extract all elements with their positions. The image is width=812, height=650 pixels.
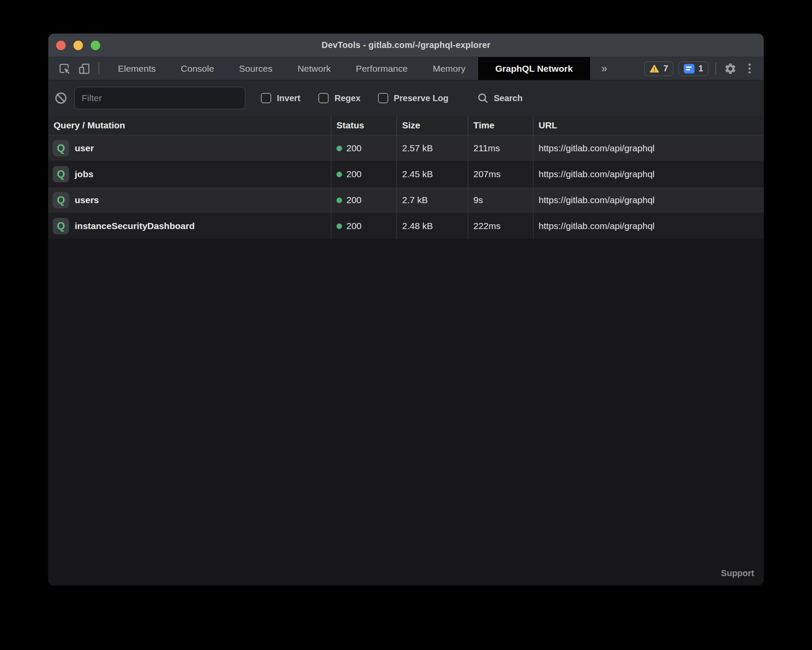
invert-checkbox[interactable]	[261, 93, 271, 103]
invert-label: Invert	[277, 93, 300, 103]
column-header-query-mutation[interactable]: Query / Mutation	[48, 116, 331, 135]
query-name: users	[75, 195, 99, 205]
clear-log-button[interactable]	[54, 91, 68, 105]
size-cell: 2.7 kB	[396, 187, 468, 213]
tab-network[interactable]: Network	[285, 57, 343, 80]
status-value: 200	[346, 143, 362, 153]
device-toolbar-icon	[78, 62, 91, 75]
status-cell: 200	[331, 213, 396, 239]
time-cell: 222ms	[468, 213, 533, 239]
url-cell: https://gitlab.com/api/graphql	[533, 161, 764, 187]
search-icon	[477, 92, 489, 104]
status-dot-icon	[336, 146, 342, 151]
preserve-log-checkbox[interactable]	[378, 93, 388, 103]
messages-badge[interactable]: 1	[679, 61, 708, 76]
status-value: 200	[346, 169, 362, 179]
query-name: user	[75, 143, 94, 153]
tab-console[interactable]: Console	[168, 57, 227, 80]
status-cell: 200	[331, 135, 396, 161]
query-cell: Q user	[48, 135, 331, 161]
title-bar: DevTools - gitlab.com/-/graphql-explorer	[48, 34, 764, 57]
query-cell: Q jobs	[48, 161, 331, 187]
inspect-element-button[interactable]	[57, 61, 72, 76]
query-badge: Q	[53, 192, 69, 208]
preserve-log-checkbox-group[interactable]: Preserve Log	[378, 93, 449, 103]
regex-label: Regex	[334, 93, 360, 103]
tab-bar-right-controls: 7 1	[644, 61, 756, 76]
status-dot-icon	[336, 172, 342, 177]
more-tabs-chevron[interactable]: »	[590, 57, 619, 80]
device-toolbar-button[interactable]	[77, 61, 92, 76]
inspect-icon	[58, 62, 71, 75]
time-cell: 207ms	[468, 161, 533, 187]
url-cell: https://gitlab.com/api/graphql	[533, 187, 764, 213]
tab-elements[interactable]: Elements	[105, 57, 168, 80]
query-badge: Q	[53, 218, 69, 234]
table-header: Query / Mutation Status Size Time URL	[48, 116, 764, 135]
window-title: DevTools - gitlab.com/-/graphql-explorer	[321, 40, 490, 50]
filter-input[interactable]	[74, 87, 245, 109]
search-button[interactable]: Search	[477, 92, 523, 104]
status-value: 200	[346, 221, 362, 231]
table-row[interactable]: Q users 200 2.7 kB 9s https://gitlab.com…	[48, 187, 764, 213]
query-cell: Q instanceSecurityDashboard	[48, 213, 331, 239]
panel-empty-area: Support	[48, 239, 764, 585]
tab-memory[interactable]: Memory	[420, 57, 478, 80]
column-header-time[interactable]: Time	[468, 116, 533, 135]
status-dot-icon	[336, 198, 342, 203]
warnings-badge[interactable]: 7	[644, 61, 673, 76]
devtools-window: DevTools - gitlab.com/-/graphql-explorer…	[48, 34, 764, 585]
right-divider	[715, 63, 716, 75]
table-row[interactable]: Q instanceSecurityDashboard 200 2.48 kB …	[48, 213, 764, 239]
time-cell: 211ms	[468, 135, 533, 161]
size-cell: 2.57 kB	[396, 135, 468, 161]
query-name: jobs	[75, 169, 93, 179]
tab-performance[interactable]: Performance	[343, 57, 420, 80]
time-cell: 9s	[468, 187, 533, 213]
tab-graphql-network[interactable]: GraphQL Network	[478, 57, 590, 80]
warnings-count: 7	[663, 64, 668, 73]
invert-checkbox-group[interactable]: Invert	[261, 93, 300, 103]
table-row[interactable]: Q jobs 200 2.45 kB 207ms https://gitlab.…	[48, 161, 764, 187]
messages-count: 1	[698, 64, 703, 73]
status-dot-icon	[336, 223, 342, 229]
block-icon	[54, 91, 68, 105]
column-header-status[interactable]: Status	[331, 116, 396, 135]
warning-triangle-icon	[649, 64, 660, 73]
query-name: instanceSecurityDashboard	[75, 221, 195, 231]
status-cell: 200	[331, 187, 396, 213]
zoom-window-button[interactable]	[91, 41, 100, 50]
status-cell: 200	[331, 161, 396, 187]
settings-button[interactable]	[723, 61, 738, 76]
query-cell: Q users	[48, 187, 331, 213]
column-header-size[interactable]: Size	[396, 116, 468, 135]
close-window-button[interactable]	[56, 41, 66, 50]
gear-icon	[724, 62, 737, 75]
query-badge: Q	[53, 166, 69, 182]
filter-bar: Invert Regex Preserve Log Search	[48, 80, 764, 116]
search-label: Search	[494, 93, 523, 103]
url-cell: https://gitlab.com/api/graphql	[533, 213, 764, 239]
regex-checkbox[interactable]	[318, 93, 329, 103]
table-row[interactable]: Q user 200 2.57 kB 211ms https://gitlab.…	[48, 135, 764, 161]
regex-checkbox-group[interactable]: Regex	[318, 93, 360, 103]
preserve-log-label: Preserve Log	[394, 93, 449, 103]
toolbar-divider	[98, 63, 99, 75]
tab-sources[interactable]: Sources	[227, 57, 285, 80]
traffic-lights	[56, 34, 100, 57]
column-header-url[interactable]: URL	[533, 116, 764, 135]
status-value: 200	[346, 195, 362, 205]
kebab-menu-icon[interactable]	[743, 64, 756, 73]
minimize-window-button[interactable]	[73, 41, 83, 50]
size-cell: 2.45 kB	[396, 161, 468, 187]
url-cell: https://gitlab.com/api/graphql	[533, 135, 764, 161]
support-link[interactable]: Support	[721, 568, 754, 578]
devtools-tab-bar: Elements Console Sources Network Perform…	[48, 57, 764, 80]
query-badge: Q	[53, 140, 69, 156]
message-bubble-icon	[684, 64, 695, 73]
panel-tabs: Elements Console Sources Network Perform…	[105, 57, 619, 80]
size-cell: 2.48 kB	[396, 213, 468, 239]
